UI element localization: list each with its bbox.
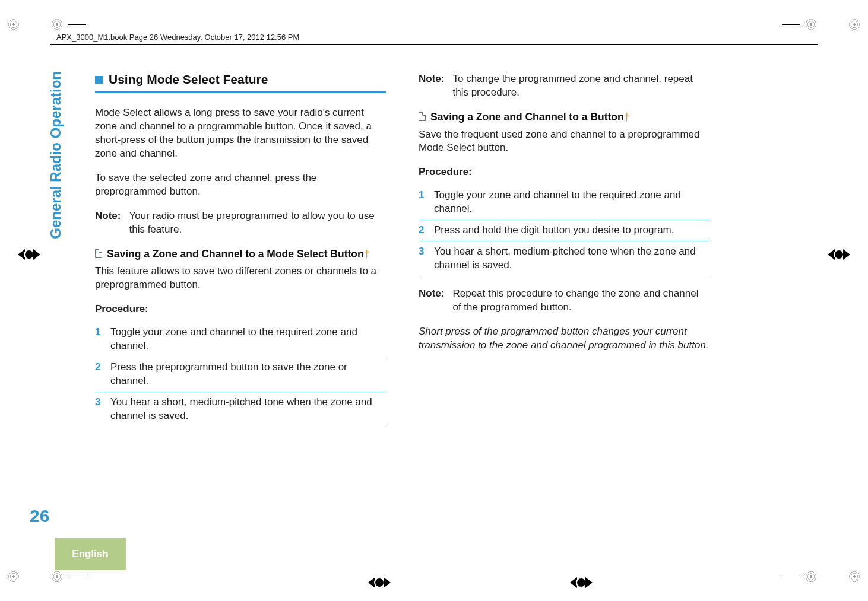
left-column: Using Mode Select Feature Mode Select al… <box>95 71 386 427</box>
note-label: Note: <box>419 287 444 314</box>
step-divider <box>95 427 386 427</box>
reg-mark-br <box>848 570 861 583</box>
step-text: Press the preprogrammed button to save t… <box>110 361 386 388</box>
reg-mark-tl <box>7 18 20 31</box>
header-rule <box>50 44 818 45</box>
page-number: 26 <box>30 506 49 526</box>
subsection-title: Saving a Zone and Channel to a Mode Sele… <box>107 247 369 262</box>
right-column: Note: To change the programmed zone and … <box>419 71 709 427</box>
step-divider <box>419 276 709 276</box>
procedure-step: 3 You hear a short, medium-pitched tone … <box>95 392 386 427</box>
crop-arrow-right <box>828 249 850 260</box>
body-para: To save the selected zone and channel, p… <box>95 171 386 199</box>
step-text: You hear a short, medium-pitched tone wh… <box>434 245 709 272</box>
side-section-label: General Radio Operation <box>47 71 64 249</box>
closing-note: Short press of the programmed button cha… <box>419 325 709 352</box>
subsection-header: Saving a Zone and Channel to a Button† <box>419 110 709 125</box>
dagger-marker: † <box>624 111 630 123</box>
reg-mark-tr <box>848 18 861 31</box>
note-body: Repeat this procedure to change the zone… <box>452 287 709 314</box>
step-number: 2 <box>95 361 103 388</box>
section-title-row: Using Mode Select Feature <box>95 71 386 88</box>
body-para: Mode Select allows a long press to save … <box>95 106 386 161</box>
dagger-marker: † <box>364 248 370 260</box>
note-label: Note: <box>419 72 444 100</box>
reg-mark-bl <box>7 570 20 583</box>
language-tab: English <box>55 538 126 570</box>
step-text: Press and hold the digit button you desi… <box>434 224 709 237</box>
subsection-title: Saving a Zone and Channel to a Button† <box>430 110 629 125</box>
body-para: This feature allows to save two differen… <box>95 265 386 292</box>
note-block: Note: To change the programmed zone and … <box>419 72 709 100</box>
page-frame: APX_3000_M1.book Page 26 Wednesday, Octo… <box>50 15 818 586</box>
step-number: 2 <box>419 224 427 237</box>
step-text: Toggle your zone and channel to the requ… <box>110 326 386 353</box>
step-text: Toggle your zone and channel to the requ… <box>434 189 709 216</box>
step-number: 1 <box>419 189 427 216</box>
procedure-step: 2 Press and hold the digit button you de… <box>419 220 709 241</box>
running-head: APX_3000_M1.book Page 26 Wednesday, Octo… <box>56 33 299 42</box>
subsection-title-text: Saving a Zone and Channel to a Mode Sele… <box>107 248 364 260</box>
content-columns: Using Mode Select Feature Mode Select al… <box>95 71 812 427</box>
procedure-step: 1 Toggle your zone and channel to the re… <box>419 185 709 220</box>
section-bullet-icon <box>95 76 103 84</box>
note-block: Note: Your radio must be preprogrammed t… <box>95 209 386 237</box>
crop-arrow-left <box>18 249 40 260</box>
step-number: 3 <box>419 245 427 272</box>
section-title: Using Mode Select Feature <box>109 71 268 88</box>
note-body: To change the programmed zone and channe… <box>452 72 709 100</box>
note-body: Your radio must be preprogrammed to allo… <box>129 209 386 237</box>
body-para: Save the frequent used zone and channel … <box>419 128 709 155</box>
step-number: 1 <box>95 326 103 353</box>
section-underline <box>95 91 386 93</box>
subsection-header: Saving a Zone and Channel to a Mode Sele… <box>95 247 386 262</box>
procedure-step: 2 Press the preprogrammed button to save… <box>95 357 386 392</box>
note-block: Note: Repeat this procedure to change th… <box>419 287 709 314</box>
page-icon <box>419 112 426 121</box>
procedure-step: 1 Toggle your zone and channel to the re… <box>95 322 386 357</box>
procedure-label: Procedure: <box>419 166 709 179</box>
page-icon <box>95 249 102 258</box>
procedure-step: 3 You hear a short, medium-pitched tone … <box>419 241 709 276</box>
step-number: 3 <box>95 396 103 423</box>
step-text: You hear a short, medium-pitched tone wh… <box>110 396 386 423</box>
subsection-title-text: Saving a Zone and Channel to a Button <box>430 111 624 123</box>
procedure-label: Procedure: <box>95 303 386 316</box>
note-label: Note: <box>95 209 121 237</box>
